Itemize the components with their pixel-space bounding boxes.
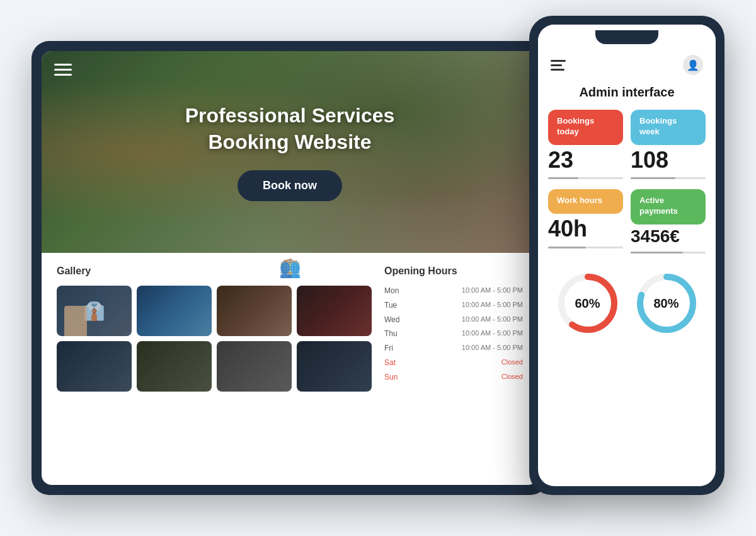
bookings-week-card: Bookings week 108 bbox=[631, 110, 706, 179]
bookings-week-label: Bookings week bbox=[639, 116, 697, 137]
stats-labels-grid: Bookings today 23 Bookings week 108 bbox=[548, 110, 706, 179]
scene: Professional Services Booking Website Bo… bbox=[32, 16, 724, 520]
bookings-week-value: 108 bbox=[631, 148, 706, 173]
admin-interface-title: Admin interface bbox=[548, 85, 706, 100]
time-label: 10:00 AM - 5:00 PM bbox=[462, 286, 523, 296]
hero-title: Professional Services Booking Website bbox=[185, 103, 395, 155]
list-item[interactable] bbox=[297, 341, 372, 392]
gallery-title: Gallery bbox=[57, 265, 372, 277]
bookings-today-card: Bookings today 23 bbox=[548, 110, 623, 179]
opening-hours-title: Opening Hours bbox=[384, 265, 523, 277]
tablet-device: Professional Services Booking Website Bo… bbox=[32, 41, 548, 495]
bookings-week-bar bbox=[631, 177, 706, 179]
work-hours-label: Work hours bbox=[557, 195, 614, 206]
closed-label: Closed bbox=[501, 358, 523, 368]
work-hours-label-card: Work hours bbox=[548, 189, 623, 214]
hours-row-tue: Tue 10:00 AM - 5:00 PM bbox=[384, 300, 523, 311]
bookings-today-bar bbox=[548, 177, 623, 179]
list-item[interactable] bbox=[137, 286, 212, 336]
day-label: Sat bbox=[384, 358, 407, 368]
bookings-today-label: Bookings today bbox=[557, 116, 614, 137]
bookings-today-label-card: Bookings today bbox=[548, 110, 623, 145]
day-label: Wed bbox=[384, 315, 407, 325]
phone-screen: 👤 Admin interface Bookings today 23 bbox=[538, 25, 716, 486]
tablet-hero: Professional Services Booking Website Bo… bbox=[42, 51, 538, 253]
donut-chart-2: 80% bbox=[632, 269, 701, 338]
donut-label-1: 60% bbox=[575, 296, 600, 310]
closed-label: Closed bbox=[501, 372, 523, 383]
list-item[interactable] bbox=[57, 286, 132, 336]
phone-device: 👤 Admin interface Bookings today 23 bbox=[529, 16, 724, 495]
bookings-today-bar-fill bbox=[548, 177, 578, 179]
gallery-section: Gallery bbox=[57, 265, 372, 472]
phone-header: 👤 bbox=[538, 50, 716, 83]
hours-row-sun: Sun Closed bbox=[384, 372, 523, 383]
active-payments-label-card: Active payments bbox=[631, 189, 706, 224]
day-label: Sun bbox=[384, 372, 407, 383]
day-label: Fri bbox=[384, 343, 407, 354]
active-payments-label: Active payments bbox=[639, 195, 697, 217]
gallery-grid bbox=[57, 286, 372, 392]
work-hours-bar-fill bbox=[548, 247, 586, 248]
work-hours-value: 40h bbox=[548, 216, 623, 242]
time-label: 10:00 AM - 5:00 PM bbox=[462, 343, 523, 354]
user-icon[interactable]: 👤 bbox=[683, 55, 703, 75]
hours-row-mon: Mon 10:00 AM - 5:00 PM bbox=[384, 286, 523, 296]
time-label: 10:00 AM - 5:00 PM bbox=[462, 329, 523, 339]
list-item[interactable] bbox=[217, 341, 292, 392]
hamburger-icon bbox=[54, 64, 72, 76]
list-item[interactable] bbox=[297, 286, 372, 336]
bookings-week-label-card: Bookings week bbox=[631, 110, 706, 145]
hours-row-fri: Fri 10:00 AM - 5:00 PM bbox=[384, 343, 523, 354]
work-hours-card: Work hours 40h bbox=[548, 189, 623, 253]
time-label: 10:00 AM - 5:00 PM bbox=[462, 300, 523, 311]
phone-body: Admin interface Bookings today 23 bbox=[538, 83, 716, 486]
user-avatar-icon: 👤 bbox=[687, 59, 699, 71]
tablet-content: Gallery Opening Hours bbox=[42, 253, 538, 485]
opening-hours-section: Opening Hours Mon 10:00 AM - 5:00 PM Tue… bbox=[384, 265, 523, 472]
phone-menu-button[interactable] bbox=[551, 60, 566, 71]
charts-row: 60% 80% bbox=[548, 264, 706, 343]
hours-row-thu: Thu 10:00 AM - 5:00 PM bbox=[384, 329, 523, 339]
phone-notch-area bbox=[538, 25, 716, 50]
phone-notch bbox=[595, 30, 658, 44]
list-item[interactable] bbox=[217, 286, 292, 336]
stats-bottom-grid: Work hours 40h Active payments 3456€ bbox=[548, 189, 706, 253]
active-payments-value: 3456€ bbox=[631, 227, 706, 247]
day-label: Mon bbox=[384, 286, 407, 296]
list-item[interactable] bbox=[137, 341, 212, 392]
menu-button[interactable] bbox=[54, 64, 72, 76]
active-payments-bar bbox=[631, 252, 706, 253]
tablet-screen: Professional Services Booking Website Bo… bbox=[42, 51, 538, 485]
book-now-button[interactable]: Book now bbox=[238, 170, 342, 201]
time-label: 10:00 AM - 5:00 PM bbox=[462, 315, 523, 325]
day-label: Thu bbox=[384, 329, 407, 339]
donut-label-2: 80% bbox=[653, 296, 679, 310]
bookings-today-value: 23 bbox=[548, 148, 623, 173]
active-payments-card: Active payments 3456€ bbox=[631, 189, 706, 253]
list-item[interactable] bbox=[57, 341, 132, 392]
active-payments-bar-fill bbox=[631, 252, 683, 253]
day-label: Tue bbox=[384, 300, 407, 311]
hours-row-wed: Wed 10:00 AM - 5:00 PM bbox=[384, 315, 523, 325]
hours-row-sat: Sat Closed bbox=[384, 358, 523, 368]
donut-chart-1: 60% bbox=[553, 269, 622, 338]
work-hours-bar bbox=[548, 247, 623, 248]
bookings-week-bar-fill bbox=[631, 177, 675, 179]
